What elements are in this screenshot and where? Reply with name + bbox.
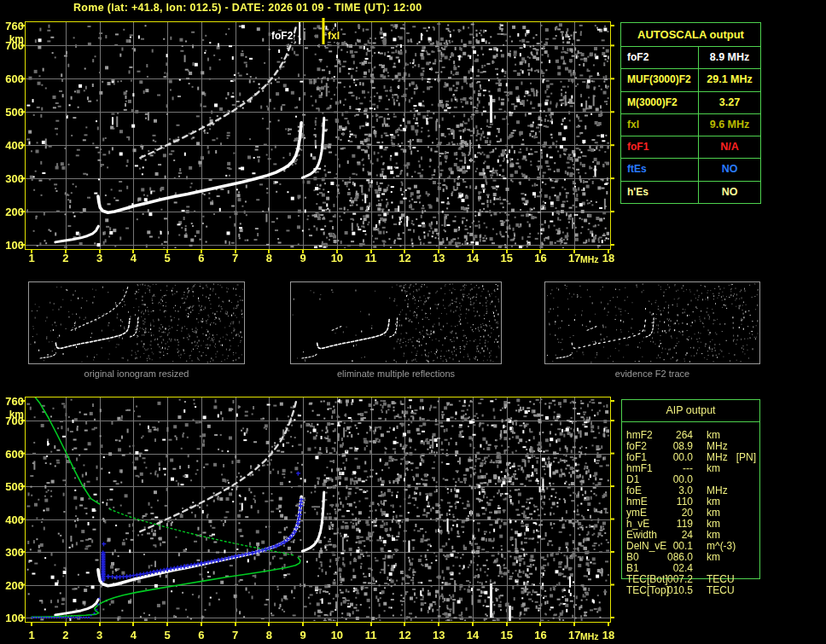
aip-row-label: B1 — [621, 563, 662, 574]
aip-row: foF208.9MHz — [621, 441, 783, 452]
aip-row-label: ymE — [621, 508, 662, 519]
y-tick-label: 200 — [1, 579, 24, 592]
autoscala-row-value: 3.27 — [698, 92, 760, 113]
autoscala-output-table: AUTOSCALA output foF28.9 MHzMUF(3000)F22… — [620, 22, 761, 204]
y-tick-label: 300 — [1, 172, 24, 185]
aip-row-value: 00.0 — [662, 452, 693, 463]
y-tick-label: 500 — [1, 480, 24, 493]
y-tick-label: 760 — [1, 395, 24, 408]
fof2-marker-label: foF2 — [270, 31, 294, 42]
y-tick-label: 400 — [1, 513, 24, 526]
aip-row-value: 24 — [662, 530, 693, 541]
x-tick-label: 5 — [156, 629, 178, 641]
x-axis-unit-label: MHz — [580, 631, 599, 641]
y-tick-label: 600 — [1, 73, 24, 85]
thumbnail-caption: original ionogram resized — [28, 368, 245, 380]
x-tick-label: 9 — [292, 629, 314, 641]
x-tick-label: 9 — [292, 252, 314, 264]
x-tick-label: 3 — [89, 252, 111, 264]
autoscala-row-value: NO — [698, 159, 760, 180]
aip-row-label: foF2 — [621, 441, 662, 452]
autoscala-row-label: ftEs — [621, 159, 698, 180]
aip-table-title: AIP output — [622, 400, 759, 422]
aip-row-unit: km — [707, 463, 720, 474]
station-title: Rome (lat: +41.8, lon: 012.5) - DATE: 20… — [73, 2, 422, 14]
autoscala-row-label: fxI — [621, 114, 698, 136]
x-tick-label: 11 — [360, 252, 382, 264]
aip-row-value: 00.0 — [662, 474, 693, 485]
x-tick-label: 1 — [20, 629, 43, 641]
y-tick-label: 400 — [1, 139, 24, 152]
aip-row-value: 010.5 — [662, 585, 693, 596]
x-tick-label: 4 — [122, 629, 144, 641]
aip-row-unit: MHz — [707, 485, 728, 496]
aip-row-value: --- — [662, 463, 693, 474]
thumbnail-caption: eliminate multiple reflections — [290, 368, 502, 380]
aip-row: B0086.0km — [621, 552, 783, 563]
x-tick-label: 8 — [258, 629, 280, 641]
autoscala-row: MUF(3000)F229.1 MHz — [621, 68, 760, 90]
aip-row-value: 007.2 — [662, 574, 693, 585]
aip-row: ymE20km — [621, 508, 783, 519]
x-tick-label: 5 — [156, 252, 178, 264]
autoscala-row-value: 9.6 MHz — [698, 114, 760, 136]
y-tick-label: 760 — [1, 20, 24, 32]
autoscala-row-value: N/A — [698, 136, 760, 158]
autoscala-row: fxI9.6 MHz — [621, 113, 760, 136]
aip-row-unit: m^(-3) — [707, 541, 736, 552]
x-tick-label: 15 — [496, 252, 518, 264]
aip-row: TEC[Bot]007.2TECU — [621, 574, 783, 585]
aip-row: foF100.0MHz [PN] — [621, 452, 783, 463]
x-tick-label: 10 — [326, 252, 348, 264]
y-tick-label: 100 — [1, 239, 24, 252]
aip-row-label: Ewidth — [621, 530, 662, 541]
autoscala-row-label: foF2 — [621, 47, 698, 68]
aip-row-value: 02.4 — [662, 563, 693, 574]
x-tick-label: 10 — [326, 629, 348, 641]
x-tick-label: 7 — [224, 629, 247, 641]
x-tick-label: 2 — [55, 629, 77, 641]
aip-row: hmF1---km — [621, 463, 783, 474]
x-tick-label: 14 — [462, 252, 484, 264]
aip-row-value: 20 — [662, 508, 693, 519]
aip-row-label: D1 — [621, 474, 662, 485]
autoscala-row-value: NO — [698, 182, 760, 203]
autoscala-row-value: 8.9 MHz — [698, 47, 760, 68]
aip-row-value: 110 — [662, 496, 693, 508]
autoscala-row: foF28.9 MHz — [621, 46, 760, 68]
aip-row: hmE110km — [621, 496, 783, 508]
x-tick-label: 6 — [190, 629, 212, 641]
autoscala-row: ftEsNO — [621, 158, 760, 180]
aip-row-unit: km — [707, 430, 720, 441]
autoscala-row: M(3000)F23.27 — [621, 91, 760, 113]
aip-row-value: 3.0 — [662, 485, 693, 496]
x-tick-label: 14 — [462, 629, 484, 641]
autoscala-row-value: 29.1 MHz — [698, 69, 760, 90]
autoscala-table-title: AUTOSCALA output — [621, 23, 760, 46]
aip-row: hmF2264km — [621, 430, 783, 441]
x-tick-label: 13 — [428, 252, 450, 264]
x-tick-label: 7 — [224, 252, 247, 264]
x-tick-label: 16 — [529, 252, 551, 264]
aip-row-unit: km — [707, 519, 720, 530]
aip-row-unit: MHz — [707, 441, 728, 452]
aip-row-label: h_vE — [621, 519, 662, 530]
aip-row-label: TEC[Bot] — [621, 574, 662, 585]
aip-row-unit: km — [707, 496, 720, 508]
x-tick-label: 18 — [597, 252, 620, 264]
y-tick-label: 100 — [1, 612, 24, 624]
aip-row: B102.4 — [621, 563, 783, 574]
aip-row-label: foE — [621, 485, 662, 496]
aip-row-label: TEC[Top] — [621, 585, 662, 596]
aip-row-unit: TECU — [707, 585, 735, 596]
thumbnail-caption: evidence F2 trace — [544, 368, 760, 380]
aip-row-label: hmF2 — [621, 430, 662, 441]
aip-row: Ewidth24km — [621, 530, 783, 541]
aip-row-unit: km — [707, 552, 720, 563]
fxi-marker-label: fxI — [327, 31, 340, 42]
aip-row-unit: MHz [PN] — [707, 452, 756, 463]
y-axis-unit-label: km — [1, 33, 24, 45]
autoscala-row-label: foF1 — [621, 136, 698, 158]
aip-row-value: 119 — [662, 519, 693, 530]
y-tick-label: 200 — [1, 206, 24, 218]
